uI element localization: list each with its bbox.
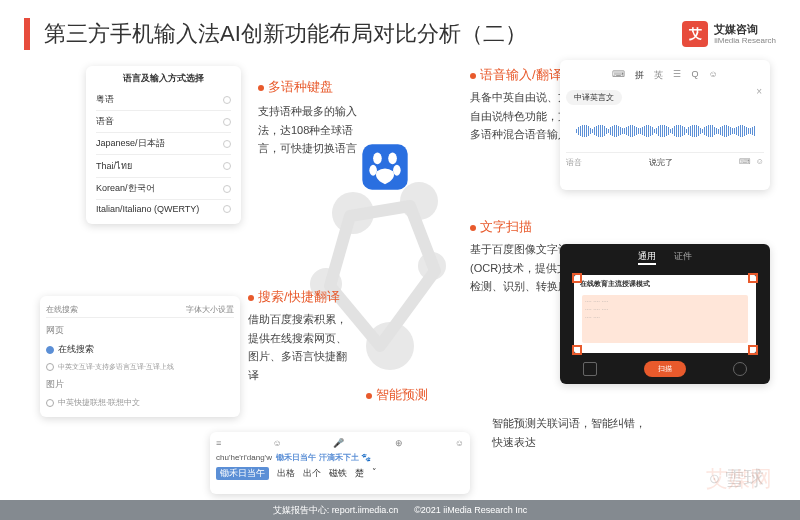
voice-tab[interactable]: ☰ [673,69,681,82]
voice-tab[interactable]: ⌨ [612,69,625,82]
svg-point-4 [393,165,401,176]
footer-copyright: ©2021 iiMedia Research Inc [414,505,527,515]
mic-icon[interactable]: 🎤 [333,438,344,448]
svg-point-1 [373,152,382,164]
page-title: 第三方手机输入法AI创新功能布局对比分析（二） [44,19,682,49]
footer-source: 艾媒报告中心: report.iimedia.cn [273,504,399,517]
brand-name-cn: 艾媒咨询 [714,23,776,36]
svg-point-2 [388,152,397,164]
feature-search-label: 搜索/快捷翻译 [248,288,340,306]
node-icon [366,322,414,370]
node-icon [418,252,446,280]
brand-logo-icon: 艾 [682,21,708,47]
close-icon[interactable]: × [756,86,762,97]
lang-row[interactable]: Japanese/日本語 [96,133,231,155]
candidate[interactable]: 出个 [303,467,321,480]
svg-point-3 [369,165,377,176]
search-option[interactable]: 在线搜索 [58,343,94,356]
radio-icon [223,185,231,193]
search-col: 网页 [46,324,64,337]
voice-chip[interactable]: 中译英言文 [566,90,622,105]
feature-search-desc: 借助百度搜索积累，提供在线搜索网页、图片、多语言快捷翻译 [248,310,348,385]
footer: 艾媒报告中心: report.iimedia.cn ©2021 iiMedia … [0,500,800,520]
ocr-frame: 在线教育主流授课模式 ···· ···· ········ ···· ·····… [574,275,756,353]
voice-tab[interactable]: ☺ [708,69,717,82]
prediction-hint: 锄禾日当午 汗滴禾下土 [276,453,358,462]
search-col: 图片 [46,378,64,391]
ocr-tab[interactable]: 证件 [674,250,692,265]
lang-row[interactable]: 粤语 [96,89,231,111]
ocr-tab[interactable]: 通用 [638,250,656,265]
voice-bot-left[interactable]: 语音 [566,157,582,168]
voice-tab[interactable]: 英 [654,69,663,82]
lang-row[interactable]: Thai/ไทย [96,155,231,178]
menu-icon[interactable]: ≡ [216,438,221,448]
radio-icon [46,363,54,371]
feature-voice-label: 语音输入/翻译 [470,66,562,84]
search-tab[interactable]: 在线搜索 [46,304,78,315]
lang-row[interactable]: Korean/한국어 [96,178,231,200]
ocr-highlight: ···· ···· ········ ···· ········ ···· [582,295,748,343]
brand-name-en: iiMedia Research [714,36,776,46]
chevron-down-icon[interactable]: ˅ [372,467,377,480]
radio-icon [223,140,231,148]
voice-done-button[interactable]: 说完了 [649,157,673,168]
candidate[interactable]: 楚 [355,467,364,480]
emoji-icon[interactable]: ☺ [273,438,282,448]
baidu-mini-icon: 🐾 [361,453,371,462]
emoji-icon[interactable]: ☺ [756,157,764,166]
node-icon [332,192,374,234]
candidate[interactable]: 出格 [277,467,295,480]
smile-icon[interactable]: ☺ [455,438,464,448]
gallery-icon[interactable] [583,362,597,376]
panel-language: 语言及输入方式选择 粤语 语音 Japanese/日本語 Thai/ไทย Ko… [86,66,241,224]
pinyin-text: chu'he'ri'dang'w [216,453,272,462]
feature-predict-desc: 智能预测关联词语，智能纠错，快速表达 [492,414,652,451]
voice-tab[interactable]: 拼 [635,69,644,82]
voice-tab[interactable]: Q [691,69,698,82]
radio-icon [223,205,231,213]
search-option[interactable]: 中英文互译·支持多语言互译·互译上线 [58,362,174,372]
panel-language-title: 语言及输入方式选择 [96,72,231,85]
ocr-frame-title: 在线教育主流授课模式 [574,275,756,293]
radio-icon [223,162,231,170]
radio-icon [223,96,231,104]
brand: 艾 艾媒咨询 iiMedia Research [682,21,776,47]
more-icon[interactable]: ⊕ [395,438,403,448]
watermark-2: 艾媒网 [706,464,772,494]
feature-multilang-desc: 支持语种最多的输入法，达108种全球语言，可快捷切换语言 [258,102,368,158]
lang-row[interactable]: Italian/Italiano (QWERTY) [96,200,231,218]
radio-icon [46,346,54,354]
panel-voice: ⌨ 拼 英 ☰ Q ☺ 中译英言文 × 语音 说完了 ⌨ ☺ [560,60,770,190]
search-tab[interactable]: 字体大小设置 [186,304,234,315]
radio-icon [46,399,54,407]
panel-ocr: 通用证件 在线教育主流授课模式 ···· ···· ········ ···· … [560,244,770,384]
candidate[interactable]: 锄禾日当午 [216,467,269,480]
waveform-icon [566,116,764,146]
candidate[interactable]: 磁铁 [329,467,347,480]
panel-search: 在线搜索字体大小设置 网页 在线搜索 中英文互译·支持多语言互译·互译上线 图片… [40,296,240,417]
scan-button[interactable]: 扫描 [644,361,686,377]
feature-ocr-label: 文字扫描 [470,218,532,236]
lang-row[interactable]: 语音 [96,111,231,133]
radio-icon [223,118,231,126]
accent-bar [24,18,30,50]
feature-predict-label: 智能预测 [366,386,428,404]
search-option[interactable]: 中英快捷联想·联想中文 [58,397,140,408]
grid-icon[interactable] [733,362,747,376]
feature-multilang-label: 多语种键盘 [258,78,333,96]
keyboard-icon[interactable]: ⌨ [739,157,751,166]
panel-input: ≡ ☺ 🎤 ⊕ ☺ chu'he'ri'dang'w 锄禾日当午 汗滴禾下土 🐾… [210,432,470,494]
